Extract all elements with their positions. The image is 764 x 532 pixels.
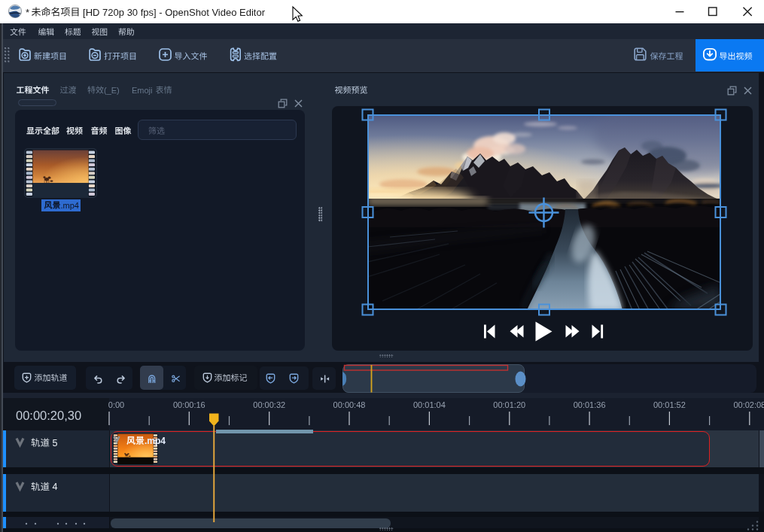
svg-text:4: 4	[50, 482, 57, 492]
svg-text:00:01:20: 00:01:20	[493, 400, 525, 409]
svg-text:5: 5	[50, 438, 57, 448]
svg-text:00:00:32: 00:00:32	[253, 400, 285, 409]
svg-text:00:02:08: 00:02:08	[733, 400, 764, 409]
svg-text:00:00:20,30: 00:00:20,30	[16, 409, 81, 422]
svg-text:(_E): (_E)	[104, 86, 120, 95]
svg-text:00:00:16: 00:00:16	[173, 400, 205, 409]
svg-text:Emoji: Emoji	[132, 86, 155, 95]
svg-text:*: *	[26, 7, 32, 18]
svg-text:00:01:04: 00:01:04	[413, 400, 446, 409]
svg-text:.mp4: .mp4	[145, 436, 166, 446]
svg-text:[HD 720p 30 fps] - OpenShot Vi: [HD 720p 30 fps] - OpenShot Video Editor	[81, 7, 266, 18]
svg-text:00:00:48: 00:00:48	[333, 400, 366, 409]
svg-text:00:01:52: 00:01:52	[653, 400, 686, 409]
svg-text:00:01:36: 00:01:36	[574, 400, 606, 409]
svg-text:.mp4: .mp4	[61, 201, 79, 210]
svg-text:0:00: 0:00	[108, 400, 124, 409]
